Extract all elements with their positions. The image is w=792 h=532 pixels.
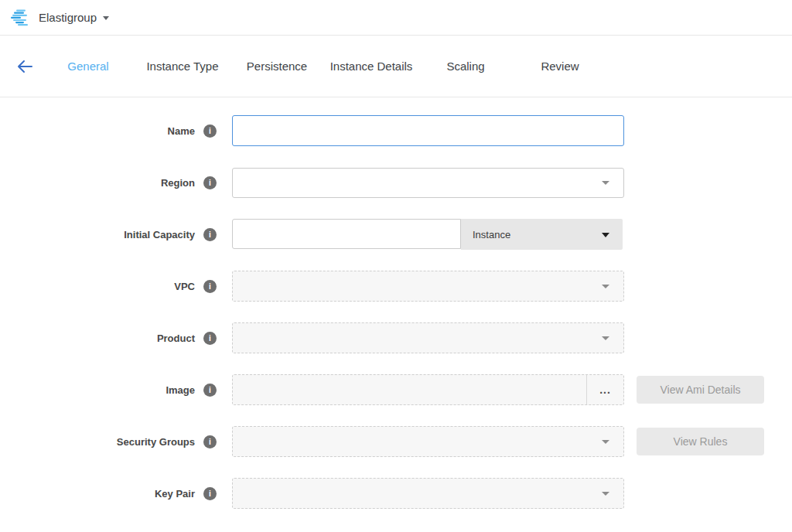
info-icon[interactable]: i xyxy=(203,332,217,345)
form-row-image: Image i ... View Ami Details xyxy=(0,374,792,405)
back-button[interactable] xyxy=(12,54,37,79)
name-label: Name xyxy=(168,125,195,137)
form-row-initial-capacity: Initial Capacity i Instance xyxy=(0,219,792,250)
app-switcher[interactable]: Elastigroup xyxy=(39,11,109,24)
image-label: Image xyxy=(166,384,195,396)
info-icon[interactable]: i xyxy=(203,487,217,500)
name-input[interactable] xyxy=(232,115,624,146)
security-groups-label: Security Groups xyxy=(117,436,195,448)
product-label: Product xyxy=(157,332,195,344)
tab-instance-type[interactable]: Instance Type xyxy=(135,55,230,77)
chevron-down-icon xyxy=(602,181,609,185)
region-select[interactable] xyxy=(232,168,624,198)
info-icon[interactable]: i xyxy=(203,176,217,189)
app-title: Elastigroup xyxy=(39,11,97,24)
vpc-select xyxy=(232,271,624,302)
image-input: ... xyxy=(232,374,624,405)
tab-scaling[interactable]: Scaling xyxy=(418,55,513,77)
view-ami-details-button[interactable]: View Ami Details xyxy=(637,376,764,404)
image-browse-button[interactable]: ... xyxy=(586,375,623,404)
key-pair-label: Key Pair xyxy=(155,488,195,500)
info-icon[interactable]: i xyxy=(203,384,217,397)
info-icon[interactable]: i xyxy=(203,280,217,293)
wizard-tabbar: General Instance Type Persistence Instan… xyxy=(0,36,792,97)
info-icon[interactable]: i xyxy=(203,124,217,138)
chevron-down-icon xyxy=(602,336,609,340)
wizard-tabs: General Instance Type Persistence Instan… xyxy=(41,55,607,77)
vpc-label: VPC xyxy=(174,281,195,292)
form-row-key-pair: Key Pair i xyxy=(0,478,792,509)
chevron-down-icon xyxy=(602,285,609,288)
region-label: Region xyxy=(161,177,195,189)
capacity-unit-select[interactable]: Instance xyxy=(461,219,623,250)
form-row-region: Region i xyxy=(0,167,792,198)
arrow-left-icon xyxy=(16,59,33,74)
chevron-down-icon xyxy=(602,492,609,496)
form-row-name: Name i xyxy=(0,115,792,146)
form-row-product: Product i xyxy=(0,322,792,353)
initial-capacity-label: Initial Capacity xyxy=(124,229,195,240)
security-groups-select xyxy=(232,426,624,457)
view-rules-button[interactable]: View Rules xyxy=(637,428,764,455)
info-icon[interactable]: i xyxy=(203,228,217,241)
key-pair-select xyxy=(232,478,624,509)
elastigroup-logo-icon xyxy=(11,9,31,26)
product-select xyxy=(232,322,624,353)
tab-persistence[interactable]: Persistence xyxy=(230,55,324,77)
image-value xyxy=(233,375,586,404)
info-icon[interactable]: i xyxy=(203,435,217,448)
general-settings-form: Name i Region i Initial Capacity i xyxy=(0,97,792,509)
tab-review[interactable]: Review xyxy=(513,55,607,77)
form-row-vpc: VPC i xyxy=(0,271,792,302)
initial-capacity-input[interactable] xyxy=(232,219,461,249)
form-row-security-groups: Security Groups i View Rules xyxy=(0,426,792,457)
app-header: Elastigroup xyxy=(0,0,792,36)
chevron-down-icon xyxy=(103,16,109,20)
chevron-down-icon xyxy=(602,233,609,237)
capacity-unit-value: Instance xyxy=(473,229,510,240)
tab-instance-details[interactable]: Instance Details xyxy=(324,55,418,77)
chevron-down-icon xyxy=(602,440,609,444)
tab-general[interactable]: General xyxy=(41,55,135,77)
